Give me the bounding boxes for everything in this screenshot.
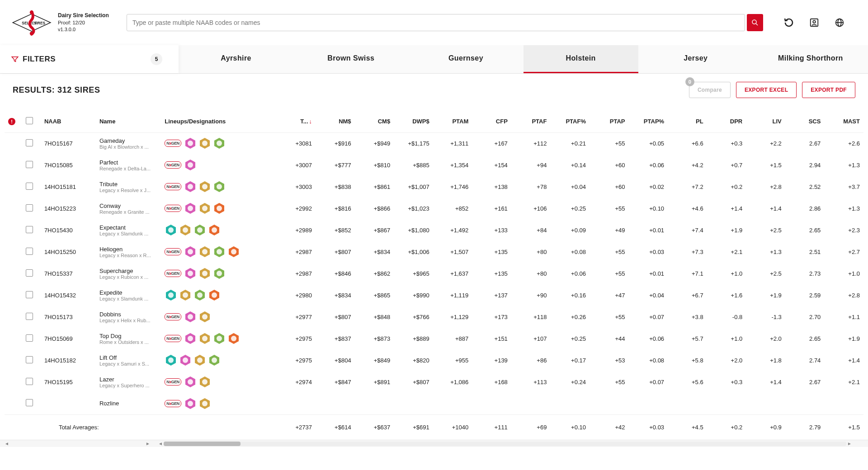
row-checkbox[interactable] — [26, 161, 33, 168]
col-header-liv[interactable]: LIV — [746, 111, 785, 132]
col-header-dwp[interactable]: DWP$ — [394, 111, 433, 132]
data-cell: +2975 — [276, 328, 316, 349]
col-header-scs[interactable]: SCS — [785, 111, 825, 132]
alert-icon[interactable]: ! — [8, 118, 15, 125]
compare-button[interactable]: Compare — [689, 82, 731, 98]
data-cell: +5.6 — [668, 371, 707, 393]
col-header-cfp[interactable]: CFP — [472, 111, 511, 132]
data-cell: +138 — [472, 176, 511, 197]
col-header-ptaf[interactable]: PTAF% — [550, 111, 590, 132]
account-button[interactable] — [808, 17, 820, 28]
export-excel-button[interactable]: EXPORT EXCEL — [736, 82, 797, 98]
tab-holstein[interactable]: Holstein — [524, 45, 638, 73]
nxgen-badge: NxGEN — [165, 378, 181, 385]
teal-badge — [165, 289, 177, 301]
hscroll-thumb[interactable] — [164, 442, 241, 446]
col-header-ptam[interactable]: PTAM — [433, 111, 472, 132]
search-button[interactable] — [747, 14, 763, 31]
col-header-ptap[interactable]: PTAP — [590, 111, 629, 132]
row-checkbox[interactable] — [26, 399, 33, 406]
export-pdf-button[interactable]: EXPORT PDF — [802, 82, 855, 98]
svg-point-60 — [197, 292, 203, 298]
row-checkbox[interactable] — [26, 313, 33, 320]
name-cell[interactable]: Lift OffLegacy x Samuri x S... — [96, 349, 161, 371]
name-cell[interactable]: Top DogRome x Outsiders x ... — [96, 328, 161, 349]
data-cell: +$885 — [394, 154, 433, 176]
hscroll-left[interactable]: ◄ ► — [0, 440, 155, 447]
tab-brown-swiss[interactable]: Brown Swiss — [293, 45, 408, 73]
tab-jersey[interactable]: Jersey — [638, 45, 753, 73]
row-checkbox[interactable] — [26, 226, 33, 233]
col-header-lineupsdesignations[interactable]: Lineups/Designations — [161, 111, 276, 132]
nxgen-badge: NxGEN — [165, 313, 181, 320]
data-cell: +167 — [472, 132, 511, 154]
svg-point-56 — [168, 292, 174, 298]
averages-cell: +$614 — [316, 414, 355, 440]
col-header-dpr[interactable]: DPR — [707, 111, 746, 132]
name-cell[interactable]: SuperchargeLegacy x Rubicon x ... — [96, 263, 161, 284]
data-cell: +139 — [472, 349, 511, 371]
col-header-ptap[interactable]: PTAP% — [629, 111, 668, 132]
col-header-nm[interactable]: NM$ — [316, 111, 355, 132]
green-badge — [213, 267, 226, 280]
filters-label: FILTERS — [23, 55, 56, 64]
data-cell: +$766 — [394, 306, 433, 328]
row-checkbox[interactable] — [26, 334, 33, 342]
name-cell[interactable]: HeliogenLegacy x Reason x R... — [96, 241, 161, 263]
data-cell: +2.2 — [746, 132, 785, 154]
col-header-cm[interactable]: CM$ — [355, 111, 394, 132]
tab-guernsey[interactable]: Guernsey — [408, 45, 523, 73]
sort-arrow-icon: ↓ — [309, 118, 312, 125]
row-checkbox[interactable] — [26, 183, 33, 190]
language-button[interactable] — [834, 17, 845, 28]
row-checkbox[interactable] — [26, 139, 33, 146]
name-cell[interactable]: GamedayBig Al x Blowtorch x ... — [96, 132, 161, 154]
svg-point-18 — [217, 141, 222, 146]
data-cell: +3.8 — [668, 306, 707, 328]
teal-badge — [165, 224, 177, 236]
tab-milking-shorthorn[interactable]: Milking Shorthorn — [753, 45, 868, 73]
averages-cell: +42 — [590, 414, 629, 440]
search-input[interactable] — [127, 14, 745, 31]
row-checkbox[interactable] — [26, 269, 33, 277]
row-checkbox[interactable] — [26, 291, 33, 298]
row-checkbox[interactable] — [26, 378, 33, 385]
data-cell: 2.67 — [785, 371, 825, 393]
filters-button[interactable]: FILTERS 5 — [0, 45, 179, 73]
col-header-naab[interactable]: NAAB — [41, 111, 96, 132]
data-cell: +137 — [472, 284, 511, 306]
name-cell[interactable]: Rozline — [96, 393, 161, 414]
hscroll-main[interactable]: ◄ ► — [155, 440, 868, 447]
averages-cell: +$691 — [394, 414, 433, 440]
select-all-checkbox[interactable] — [26, 117, 33, 124]
row-checkbox[interactable] — [26, 248, 33, 255]
name-cell[interactable]: ExpediteLegacy x Slamdunk ... — [96, 284, 161, 306]
col-header-t[interactable]: T...↓ — [276, 111, 316, 132]
data-cell: +$807 — [316, 241, 355, 263]
reset-button[interactable] — [783, 17, 795, 28]
data-cell — [394, 393, 433, 414]
name-cell[interactable]: ConwayRenegade x Granite ... — [96, 197, 161, 219]
data-cell: +0.04 — [550, 176, 590, 197]
averages-cell: +1040 — [433, 414, 472, 440]
data-cell: +6.7 — [668, 284, 707, 306]
row-checkbox[interactable] — [26, 204, 33, 212]
col-header-pl[interactable]: PL — [668, 111, 707, 132]
name-cell[interactable]: ExpectantLegacy x Slamdunk ... — [96, 219, 161, 241]
col-header-mast[interactable]: MAST — [824, 111, 863, 132]
table-row: 7HO15085ParfectRenegade x Delta-La...NxG… — [5, 154, 863, 176]
name-cell[interactable]: TributeLegacy x Resolve x J... — [96, 176, 161, 197]
tab-ayrshire[interactable]: Ayrshire — [179, 45, 293, 73]
row-checkbox[interactable] — [26, 356, 33, 363]
col-header-name[interactable]: Name — [96, 111, 161, 132]
name-cell[interactable]: DobbinsLegacy x Helix x Rub... — [96, 306, 161, 328]
data-cell: +151 — [472, 328, 511, 349]
name-cell[interactable]: LazerLegacy x Superhero ... — [96, 371, 161, 393]
data-cell: +7.2 — [668, 176, 707, 197]
svg-point-62 — [212, 292, 217, 298]
data-cell: +80 — [511, 241, 551, 263]
col-header-ptaf[interactable]: PTAF — [511, 111, 551, 132]
logo-block: SELECT SIRES Dairy Sire Selection Proof:… — [9, 9, 127, 36]
name-cell[interactable]: ParfectRenegade x Delta-La... — [96, 154, 161, 176]
data-cell: +0.25 — [550, 328, 590, 349]
